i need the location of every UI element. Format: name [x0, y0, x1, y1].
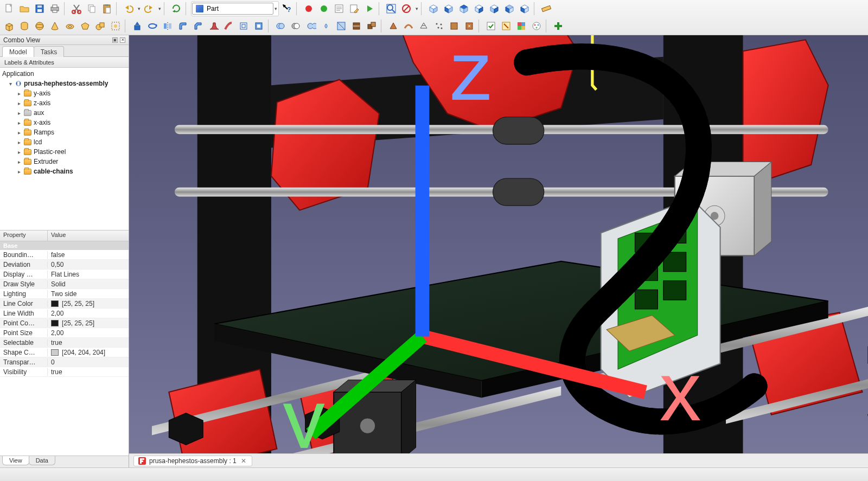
thickness-icon[interactable] [252, 19, 266, 33]
property-row[interactable]: Boundin…false [0, 250, 129, 260]
points-from-mesh-icon[interactable] [432, 19, 446, 33]
top-view-icon[interactable] [457, 2, 471, 16]
cut-solid-icon[interactable] [289, 19, 303, 33]
record-macro-icon[interactable] [302, 2, 316, 16]
property-row[interactable]: Selectabletrue [0, 338, 129, 348]
property-row[interactable]: Line Color[25, 25, 25] [0, 299, 129, 309]
property-row[interactable]: LightingTwo side [0, 289, 129, 299]
boolean-icon[interactable] [273, 19, 288, 33]
undo-icon[interactable] [122, 2, 136, 16]
expand-toggle-icon[interactable]: ▸ [16, 91, 22, 97]
cut-icon[interactable] [69, 2, 84, 16]
revolve-icon[interactable] [145, 19, 159, 33]
union-icon[interactable] [304, 19, 318, 33]
dropdown-arrow-icon[interactable]: ▾ [137, 2, 141, 15]
expand-toggle-icon[interactable]: ▸ [16, 130, 22, 136]
property-row[interactable]: Draw StyleSolid [0, 279, 129, 289]
expand-toggle-icon[interactable]: ▸ [16, 169, 22, 175]
check-geometry-icon[interactable] [484, 19, 498, 33]
extrude-icon[interactable] [130, 19, 144, 33]
document-tab[interactable]: prusa-hephestos-assembly : 1 ✕ [133, 456, 252, 466]
compound-icon[interactable] [365, 19, 379, 33]
expand-toggle-icon[interactable]: ▸ [16, 100, 22, 106]
combo-view-titlebar[interactable]: Combo View ▣ ✕ [0, 35, 129, 45]
tab-view[interactable]: View [2, 456, 29, 465]
reverse-shapes-icon[interactable] [462, 19, 476, 33]
print-icon[interactable] [48, 2, 62, 16]
close-panel-icon[interactable]: ✕ [120, 37, 125, 43]
bottom-view-icon[interactable] [502, 2, 516, 16]
tab-data[interactable]: Data [29, 456, 55, 465]
tree-item[interactable]: ▸Extruder [0, 157, 129, 166]
tree-item[interactable]: ▸y-axis [0, 88, 129, 98]
save-icon[interactable] [33, 2, 47, 16]
intersect-icon[interactable] [319, 19, 333, 33]
dropdown-arrow-icon[interactable]: ▾ [273, 2, 278, 15]
expand-toggle-icon[interactable]: ▸ [16, 120, 22, 126]
section-icon[interactable] [334, 19, 348, 33]
tree-item[interactable]: ▸x-axis [0, 118, 129, 127]
whatsthis-icon[interactable]: ? [280, 2, 294, 16]
sweep-icon[interactable] [221, 19, 235, 33]
property-row[interactable]: Deviation0,50 [0, 260, 129, 270]
ruled-surface-icon[interactable] [401, 19, 416, 33]
rear-view-icon[interactable] [487, 2, 501, 16]
property-row[interactable]: Point Size2,00 [0, 328, 129, 338]
edit-macro-icon[interactable] [347, 2, 361, 16]
shape-from-mesh-icon[interactable] [417, 19, 431, 33]
expand-toggle-icon[interactable]: ▸ [16, 159, 22, 165]
workbench-selector[interactable]: Part [192, 3, 273, 15]
left-view-icon[interactable] [518, 2, 532, 16]
zoom-fit-icon[interactable] [384, 2, 398, 16]
redo-icon[interactable] [142, 2, 156, 16]
property-row[interactable]: Line Width2,00 [0, 309, 129, 318]
color-per-face-icon[interactable] [514, 19, 528, 33]
convert-to-solid-icon[interactable] [447, 19, 461, 33]
close-document-icon[interactable]: ✕ [240, 457, 247, 465]
tree-item[interactable]: ▸cable-chains [0, 166, 129, 176]
shape-builder-icon[interactable] [108, 19, 123, 33]
cross-section-icon[interactable] [349, 19, 363, 33]
expand-toggle-icon[interactable]: ▾ [8, 81, 13, 87]
3d-viewport[interactable]: x y z [129, 35, 868, 453]
tab-tasks[interactable]: Tasks [34, 46, 65, 57]
tree-item[interactable]: ▸Ramps [0, 127, 129, 137]
front-view-icon[interactable] [442, 2, 456, 16]
cylinder-icon[interactable] [17, 19, 31, 33]
paste-icon[interactable] [100, 2, 114, 16]
measure-icon[interactable] [539, 2, 553, 16]
make-face-icon[interactable] [386, 19, 400, 33]
tree-item[interactable]: ▸aux [0, 108, 129, 118]
property-row[interactable]: Shape C…[204, 204, 204] [0, 348, 129, 357]
chamfer-icon[interactable] [191, 19, 205, 33]
tree-item[interactable]: ▸lcd [0, 137, 129, 147]
cone-icon[interactable] [48, 19, 62, 33]
appearance-icon[interactable] [529, 19, 544, 33]
torus-icon[interactable] [63, 19, 77, 33]
tree-item[interactable]: ▸z-axis [0, 98, 129, 108]
primitives-icon[interactable] [93, 19, 107, 33]
offset-icon[interactable] [237, 19, 251, 33]
axo-view-icon[interactable] [426, 2, 441, 16]
fillet-icon[interactable] [176, 19, 190, 33]
prism-icon[interactable] [78, 19, 92, 33]
copy-icon[interactable] [85, 2, 99, 16]
macros-icon[interactable] [332, 2, 346, 16]
loft-icon[interactable] [206, 19, 220, 33]
expand-toggle-icon[interactable]: ▸ [16, 149, 22, 155]
expand-toggle-icon[interactable]: ▸ [16, 110, 22, 116]
defeaturing-icon[interactable] [499, 19, 513, 33]
add-icon[interactable] [551, 19, 565, 33]
property-row[interactable]: Display …Flat Lines [0, 270, 129, 279]
draw-style-icon[interactable] [399, 2, 413, 16]
property-row[interactable]: Transpar…0 [0, 357, 129, 367]
tree-item[interactable]: ▸Plastic-reel [0, 147, 129, 157]
refresh-icon[interactable] [169, 2, 183, 16]
sphere-icon[interactable] [33, 19, 47, 33]
run-macro-icon[interactable] [362, 2, 376, 16]
stop-macro-icon[interactable] [317, 2, 331, 16]
tree-document[interactable]: ▾ prusa-hephestos-assembly [0, 79, 129, 88]
mirror-icon[interactable] [161, 19, 175, 33]
tree-root[interactable]: Application [0, 69, 129, 79]
model-tree[interactable]: Application ▾ prusa-hephestos-assembly ▸… [0, 68, 129, 230]
